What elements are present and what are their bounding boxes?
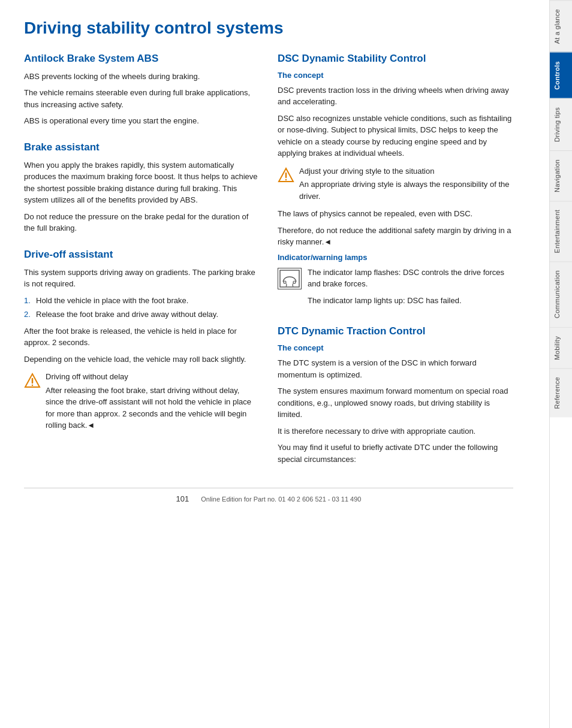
driveoff-step-2: 2. Release the foot brake and drive away… bbox=[24, 309, 260, 321]
dtc-para-1: The DTC system is a version of the DSC i… bbox=[278, 357, 513, 380]
sidebar-tab-mobility[interactable]: Mobility bbox=[550, 327, 572, 368]
right-column: DSC Dynamic Stability Control The concep… bbox=[278, 53, 513, 470]
page-number: 101 bbox=[176, 494, 189, 503]
brake-para-2: Do not reduce the pressure on the brake … bbox=[24, 211, 260, 234]
abs-para-1: ABS prevents locking of the wheels durin… bbox=[24, 71, 260, 83]
dtc-para-3: It is therefore necessary to drive with … bbox=[278, 425, 513, 437]
sidebar-tabs: At a glance Controls Driving tips Naviga… bbox=[549, 0, 572, 728]
dsc-warning-title: Adjust your driving style to the situati… bbox=[299, 165, 513, 177]
driveoff-intro: This system supports driving away on gra… bbox=[24, 267, 260, 290]
driveoff-warning-text: After releasing the foot brake, start dr… bbox=[46, 385, 260, 431]
dsc-warning-triangle-icon bbox=[278, 167, 294, 183]
driveoff-heading: Drive-off assistant bbox=[24, 249, 260, 261]
dtc-concept-heading: The concept bbox=[278, 343, 513, 352]
page-footer: 101 Online Edition for Part no. 01 40 2 … bbox=[24, 488, 513, 503]
abs-para-3: ABS is operational every time you start … bbox=[24, 115, 260, 127]
dsc-after-1: The laws of physics cannot be repealed, … bbox=[278, 208, 513, 220]
dsc-after-2: Therefore, do not reduce the additional … bbox=[278, 225, 513, 248]
svg-point-2 bbox=[32, 385, 34, 386]
dtc-para-4: You may find it useful to briefly activa… bbox=[278, 442, 513, 465]
abs-heading: Antilock Brake System ABS bbox=[24, 53, 260, 65]
dsc-para-2: DSC also recognizes unstable vehicle con… bbox=[278, 113, 513, 159]
sidebar-tab-entertainment[interactable]: Entertainment bbox=[550, 201, 572, 261]
driveoff-step-1: 1. Hold the vehicle in place with the fo… bbox=[24, 295, 260, 307]
dsc-heading: DSC Dynamic Stability Control bbox=[278, 53, 513, 65]
driveoff-warning-title: Driving off without delay bbox=[46, 371, 260, 383]
dtc-para-2: The system ensures maximum forward momen… bbox=[278, 385, 513, 421]
svg-point-5 bbox=[285, 179, 287, 180]
svg-point-7 bbox=[284, 281, 286, 283]
driveoff-after-1: After the foot brake is released, the ve… bbox=[24, 325, 260, 349]
indicator-text-1: The indicator lamp flashes: DSC controls… bbox=[308, 267, 513, 290]
driveoff-warning: Driving off without delay After releasin… bbox=[24, 371, 260, 431]
driveoff-steps: 1. Hold the vehicle in place with the fo… bbox=[24, 295, 260, 321]
sidebar-tab-at-a-glance[interactable]: At a glance bbox=[550, 0, 572, 52]
page-title: Driving stability control systems bbox=[24, 18, 513, 38]
sidebar-tab-communication[interactable]: Communication bbox=[550, 261, 572, 327]
dtc-heading: DTC Dynamic Traction Control bbox=[278, 325, 513, 337]
footer-text: Online Edition for Part no. 01 40 2 606 … bbox=[201, 496, 361, 503]
dsc-warning: Adjust your driving style to the situati… bbox=[278, 165, 513, 203]
dsc-concept-heading: The concept bbox=[278, 71, 513, 80]
dsc-warning-text: An appropriate driving style is always t… bbox=[299, 179, 513, 202]
sidebar-tab-navigation[interactable]: Navigation bbox=[550, 150, 572, 201]
dsc-para-1: DSC prevents traction loss in the drivin… bbox=[278, 84, 513, 108]
indicator-row: The indicator lamp flashes: DSC controls… bbox=[278, 267, 513, 312]
driveoff-after-2: Depending on the vehicle load, the vehic… bbox=[24, 354, 260, 365]
svg-point-8 bbox=[293, 281, 296, 283]
brake-para-1: When you apply the brakes rapidly, this … bbox=[24, 159, 260, 206]
indicator-text-2: The indicator lamp lights up: DSC has fa… bbox=[308, 295, 513, 307]
left-column: Antilock Brake System ABS ABS prevents l… bbox=[24, 53, 260, 470]
indicator-heading: Indicator/warning lamps bbox=[278, 253, 513, 262]
sidebar-tab-controls[interactable]: Controls bbox=[550, 52, 572, 98]
brake-assistant-heading: Brake assistant bbox=[24, 141, 260, 153]
dsc-indicator-icon bbox=[278, 268, 302, 289]
svg-rect-6 bbox=[280, 270, 299, 287]
warning-triangle-icon bbox=[24, 372, 41, 389]
abs-para-2: The vehicle remains steerable even durin… bbox=[24, 87, 260, 110]
sidebar-tab-driving-tips[interactable]: Driving tips bbox=[550, 98, 572, 150]
sidebar-tab-reference[interactable]: Reference bbox=[550, 368, 572, 417]
